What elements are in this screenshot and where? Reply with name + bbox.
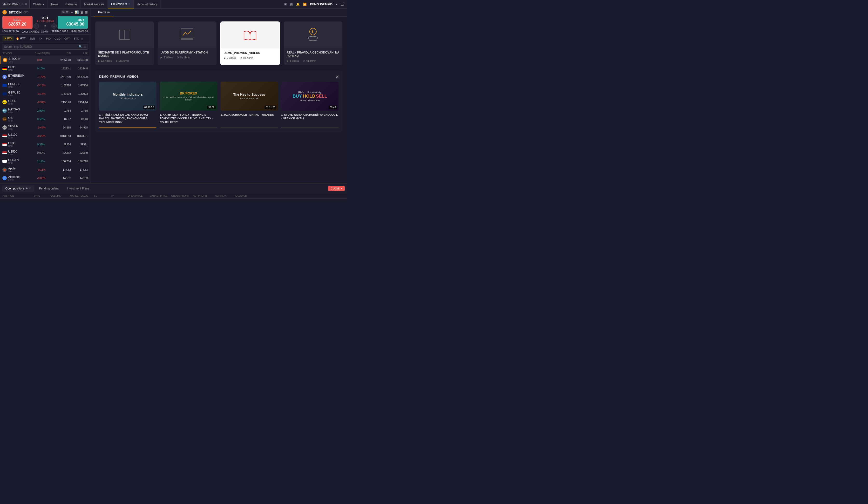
search-bar[interactable]: 🔍 ⊞ bbox=[2, 44, 88, 50]
charts-dropdown-icon[interactable]: ▾ bbox=[43, 3, 44, 6]
tab-open-positions[interactable]: Open positions ⧉ ✕ bbox=[2, 185, 34, 192]
video-card-4[interactable]: Risk Uncertainty BUY HOLD SELL Stress Ti… bbox=[281, 82, 339, 124]
bell-icon[interactable]: 🔔 bbox=[296, 3, 300, 6]
edu-card-real-forex[interactable]: $ REAL - PRAVIDLA OBCHODOVÁNÍ NA FOREXU … bbox=[284, 21, 342, 65]
video-card-3[interactable]: The Key to Success JACK SCHWAGER 01:11:2… bbox=[220, 82, 278, 124]
search-icon[interactable]: 🔍 bbox=[79, 45, 82, 49]
edu-card-xstation-title: ÚVOD DO PLATFORMY XSTATION bbox=[161, 51, 214, 54]
change-value: -0.29% bbox=[37, 135, 54, 137]
video-card-2[interactable]: BK/FOREX DON'T Follow the Advice of Fina… bbox=[160, 82, 217, 124]
tab-charts[interactable]: Charts ▾ bbox=[30, 0, 48, 9]
refresh-icon[interactable]: ⟳ bbox=[44, 24, 46, 28]
tab-account-history[interactable]: Account history bbox=[134, 0, 161, 9]
buy-button[interactable]: BUY 63045.00 bbox=[58, 16, 88, 29]
sub-tab-premium[interactable]: Premium bbox=[94, 9, 114, 17]
tab-news[interactable]: News bbox=[48, 0, 62, 9]
education-close-icon[interactable]: ✕ bbox=[128, 3, 130, 5]
open-positions-close-icon[interactable]: ✕ bbox=[29, 187, 31, 190]
video-cards-row: Monthly Indicators TRŽNÍ ANALÝZA 01:10:5… bbox=[99, 82, 339, 124]
change-value: -0.14% bbox=[37, 92, 54, 95]
tab-investment-plans[interactable]: Investment Plans bbox=[64, 185, 92, 192]
list-item[interactable]: DE30CFD 0.10% 18223.1 18224.8 bbox=[0, 64, 90, 73]
list-item[interactable]: USDJPYCFD 1.12% 150.704 150.718 bbox=[0, 157, 90, 166]
view-toggle-icon[interactable]: ⊞ bbox=[84, 45, 86, 49]
tab-calendar[interactable]: Calendar bbox=[62, 0, 81, 9]
close-all-button[interactable]: CLOSE ▾ bbox=[328, 186, 345, 191]
filter-more-icon[interactable]: » bbox=[81, 36, 83, 41]
low-section: LOW 62234.70 bbox=[2, 30, 19, 33]
window-icon[interactable]: ⬒ bbox=[290, 3, 293, 6]
filter-tab-fav[interactable]: ★ FAV bbox=[2, 36, 14, 41]
hamburger-menu-icon[interactable]: ☰ bbox=[340, 2, 344, 7]
list-item[interactable]: EURUSDCFD -0.13% 1.08576 1.08584 bbox=[0, 81, 90, 90]
top-bar: Market Watch ⧉ ✕ Charts ▾ News Calendar … bbox=[0, 0, 347, 9]
list-item[interactable]: OIL OILCFD 0.56% 87.37 87.40 bbox=[0, 115, 90, 123]
list-item[interactable]: Ξ ETHEREUMCFD -7.79% 3241.290 3255.650 bbox=[0, 73, 90, 81]
edu-card-xstation[interactable]: ÚVOD DO PLATFORMY XSTATION ▶ 3 Videos ⏱ … bbox=[158, 21, 216, 65]
tab-calendar-label: Calendar bbox=[65, 3, 77, 6]
tab-pending-orders[interactable]: Pending orders bbox=[36, 185, 61, 192]
tab-market-analysis[interactable]: Market analysis bbox=[81, 0, 108, 9]
market-table: B BITCOINCFD 0.01 62857.20 63045.00 DE30… bbox=[0, 56, 90, 183]
tab-education[interactable]: Education ⧉ ✕ bbox=[108, 0, 134, 9]
filter-tab-fx[interactable]: FX bbox=[37, 36, 44, 41]
account-dropdown-icon[interactable]: ▾ bbox=[336, 3, 337, 6]
tab-charts-label: Charts bbox=[33, 3, 41, 6]
gold-icon: AU bbox=[2, 100, 7, 104]
list-item[interactable]: NG NATGASCFD 2.99% 1.754 1.765 bbox=[0, 106, 90, 115]
video-card-1[interactable]: Monthly Indicators TRŽNÍ ANALÝZA 01:10:5… bbox=[99, 82, 156, 124]
symbol-type: CFD bbox=[8, 94, 20, 97]
increase-btn[interactable]: + bbox=[51, 23, 56, 29]
plus-icon[interactable]: + bbox=[71, 10, 73, 14]
market-watch-detach-icon[interactable]: ⧉ bbox=[22, 3, 23, 6]
svg-point-5 bbox=[190, 31, 191, 32]
videos-count: ▶ 3 Videos bbox=[161, 56, 173, 59]
filter-tab-hot[interactable]: 🔥 HOT bbox=[14, 36, 27, 41]
list-item[interactable]: GBPUSDCFD -0.14% 1.27079 1.27093 bbox=[0, 90, 90, 98]
list-item[interactable]: AU GOLDCFD -0.34% 2153.78 2154.14 bbox=[0, 98, 90, 106]
list-item[interactable]: M MicrosoftStock 0.15% 419.96 420.02 bbox=[0, 182, 90, 183]
decrease-btn[interactable]: − bbox=[33, 23, 39, 29]
col-symbol: SYMBOL bbox=[2, 52, 35, 55]
demo-account-label[interactable]: DEMO 15934705 bbox=[310, 3, 332, 6]
education-detach-icon[interactable]: ⧉ bbox=[125, 3, 127, 5]
tab-account-history-label: Account history bbox=[137, 3, 157, 6]
ask-value: 18134.61 bbox=[71, 135, 88, 137]
sell-button[interactable]: SELL 62857.20 bbox=[2, 16, 32, 29]
sl-tp-badge[interactable]: SL-TP bbox=[61, 10, 70, 14]
trash-icon[interactable]: 🗑 bbox=[80, 10, 83, 14]
bid-value: 5208.2 bbox=[54, 151, 71, 154]
list-item[interactable]: US100CFD -0.29% 18133.43 18134.61 bbox=[0, 132, 90, 140]
video-thumb-1: Monthly Indicators TRŽNÍ ANALÝZA 01:10:5… bbox=[99, 82, 156, 111]
education-content: SEZNAMTE SE S PLATFORMOU XTB MOBILE ▶ 12… bbox=[90, 17, 347, 183]
grid-icon[interactable]: ⊞ bbox=[284, 3, 287, 6]
video-thumb-3: The Key to Success JACK SCHWAGER 01:11:2… bbox=[220, 82, 278, 111]
edu-card-demo-title: DEMO_PREMIUM_VIDEOS bbox=[224, 51, 277, 55]
list-item[interactable]: G AlphabetStock -0.83% 146.31 146.33 bbox=[0, 174, 90, 182]
close-dropdown-icon[interactable]: ▾ bbox=[341, 187, 342, 190]
sell-label: SELL bbox=[13, 18, 21, 22]
search-input[interactable] bbox=[4, 45, 77, 49]
market-watch-close-icon[interactable]: ✕ bbox=[25, 3, 27, 6]
list-item[interactable]: B BITCOINCFD 0.01 62857.20 63045.00 bbox=[0, 56, 90, 64]
edu-card-mobile[interactable]: SEZNAMTE SE S PLATFORMOU XTB MOBILE ▶ 12… bbox=[95, 21, 154, 65]
grid-small-icon[interactable]: ⊟ bbox=[85, 10, 88, 14]
chart-icon[interactable]: 📊 bbox=[74, 10, 79, 14]
list-item[interactable]: US30CFD 0.37% 39368 39371 bbox=[0, 140, 90, 149]
filter-tab-ind[interactable]: IND bbox=[44, 36, 52, 41]
filter-tab-crt[interactable]: CRT bbox=[63, 36, 71, 41]
list-item[interactable]: 🍎 AppleStock -0.11% 174.82 174.83 bbox=[0, 166, 90, 174]
edu-card-demo-premium[interactable]: DEMO_PREMIUM_VIDEOS ▶ 5 Videos ⏱ 5h 26mi… bbox=[220, 21, 280, 65]
filter-tab-sen[interactable]: SEN bbox=[28, 36, 37, 41]
wifi-icon[interactable]: 📶 bbox=[303, 3, 307, 6]
market-watch-tab[interactable]: Market Watch ⧉ ✕ bbox=[0, 0, 30, 9]
col-volume: VOLUME bbox=[51, 195, 68, 197]
close-section-button[interactable]: ✕ bbox=[335, 74, 339, 80]
bid-value: 2153.78 bbox=[54, 101, 71, 104]
open-positions-detach-icon[interactable]: ⧉ bbox=[26, 187, 28, 190]
list-item[interactable]: AG SILVERCFD -0.49% 24.885 24.928 bbox=[0, 123, 90, 132]
edu-card-real-forex-meta: ▶ 8 Videos ⏱ 4h 34min bbox=[287, 60, 340, 62]
filter-tab-cmd[interactable]: CMD bbox=[53, 36, 62, 41]
list-item[interactable]: US500CFD 0.00% 5208.2 5209.0 bbox=[0, 149, 90, 157]
filter-tab-stc[interactable]: STC bbox=[72, 36, 81, 41]
